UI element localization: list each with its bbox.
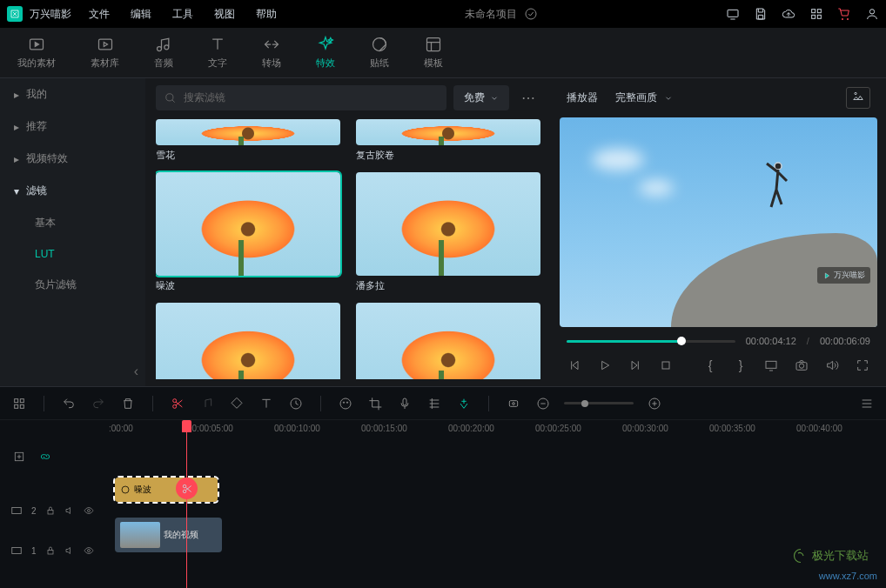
visibility-icon[interactable]	[84, 505, 94, 516]
voice-button[interactable]	[396, 395, 413, 412]
filter-thumb[interactable]	[156, 119, 340, 145]
filter-thumb[interactable]	[356, 172, 540, 276]
sidebar: ▸ 我的 ▸ 推荐 ▸ 视频特效 ▾ 滤镜 基本 LUT 负片滤镜 ‹	[0, 78, 145, 386]
mark-out-button[interactable]: }	[733, 357, 749, 374]
quality-dropdown[interactable]: 完整画质	[615, 90, 673, 105]
prev-frame-button[interactable]	[567, 357, 583, 374]
svg-point-12	[775, 163, 782, 170]
search-input[interactable]: 搜索滤镜	[156, 85, 446, 110]
music-button[interactable]	[198, 395, 216, 412]
filter-thumb[interactable]	[156, 172, 340, 276]
filter-thumb[interactable]	[356, 119, 540, 145]
speed-button[interactable]	[287, 395, 305, 412]
tab-effects[interactable]: 特效	[316, 36, 335, 70]
more-button[interactable]: ⋯	[516, 90, 540, 106]
mute-icon[interactable]	[64, 545, 75, 556]
filter-walnut[interactable]: 胡桃木	[156, 303, 340, 379]
redo-button[interactable]	[90, 395, 107, 412]
sidebar-sub-negative[interactable]: 负片滤镜	[0, 269, 145, 301]
tag-button[interactable]	[228, 395, 245, 412]
player-panel: 播放器 完整画质 万兴喵影	[551, 78, 886, 386]
chevron-down-icon	[664, 94, 673, 103]
lock-icon[interactable]	[45, 505, 56, 516]
sidebar-item-mine[interactable]: ▸ 我的	[0, 78, 145, 110]
free-filter-dropdown[interactable]: 免费	[453, 85, 509, 110]
stop-button[interactable]	[658, 357, 675, 374]
lock-icon[interactable]	[45, 545, 56, 556]
track-row-2[interactable]: 噪波	[104, 478, 886, 509]
timeline-ruler[interactable]: :00:00 00:00:05:00 00:00:10:00 00:00:15:…	[104, 420, 886, 441]
player-view[interactable]: 万兴喵影	[560, 117, 877, 327]
cut-button[interactable]	[169, 395, 186, 412]
tab-text[interactable]: 文字	[208, 36, 227, 70]
progress-bar[interactable]	[567, 340, 735, 343]
volume-button[interactable]	[823, 357, 840, 374]
camera-button[interactable]	[793, 357, 809, 374]
track-row-1[interactable]: 我的视频	[104, 518, 886, 549]
crop-button[interactable]	[366, 395, 384, 412]
filter-noise[interactable]: 噪波	[156, 172, 340, 292]
zoom-out-button[interactable]	[534, 395, 552, 412]
filter-pandora[interactable]: 潘多拉	[356, 172, 540, 292]
filter-thumb[interactable]	[156, 303, 340, 379]
track-button[interactable]	[426, 395, 443, 412]
next-frame-button[interactable]	[628, 357, 644, 374]
add-track-button[interactable]	[10, 448, 28, 465]
save-icon[interactable]	[754, 7, 768, 21]
menu-tools[interactable]: 工具	[172, 7, 193, 22]
tab-stickers[interactable]: 贴纸	[370, 36, 389, 70]
app-logo	[7, 6, 23, 22]
user-icon[interactable]	[865, 7, 879, 21]
track-area[interactable]: :00:00 00:00:05:00 00:00:10:00 00:00:15:…	[104, 420, 886, 588]
magnet-button[interactable]	[455, 395, 473, 412]
play-button[interactable]	[597, 357, 614, 374]
text-button[interactable]	[258, 395, 275, 412]
marker-button[interactable]	[505, 395, 522, 412]
menu-file[interactable]: 文件	[89, 7, 110, 22]
monitor-icon[interactable]	[726, 7, 740, 21]
effect-clip[interactable]: 噪波	[115, 478, 218, 502]
playhead[interactable]	[186, 420, 187, 588]
tab-my-media[interactable]: 我的素材	[17, 36, 56, 70]
cloud-upload-icon[interactable]	[782, 7, 795, 21]
zoom-slider[interactable]	[564, 402, 634, 404]
cart-icon[interactable]	[837, 7, 851, 21]
list-view-button[interactable]	[858, 395, 876, 412]
menu-help[interactable]: 帮助	[256, 7, 277, 22]
sidebar-item-filters[interactable]: ▾ 滤镜	[0, 175, 145, 207]
tab-templates[interactable]: 模板	[424, 36, 443, 70]
snapshot-button[interactable]	[846, 87, 870, 109]
undo-button[interactable]	[60, 395, 77, 412]
color-button[interactable]	[337, 395, 354, 412]
sidebar-sub-basic[interactable]: 基本	[0, 207, 145, 239]
player-controls: { }	[560, 350, 877, 381]
filter-vintage[interactable]: 复古胶卷	[356, 119, 540, 162]
tab-transition[interactable]: 转场	[262, 36, 281, 70]
zoom-in-button[interactable]	[646, 395, 663, 412]
display-button[interactable]	[762, 357, 779, 374]
filter-snow[interactable]: 雪花	[156, 119, 340, 162]
filter-thumb[interactable]	[356, 303, 540, 379]
filter-forest[interactable]: 林间	[356, 303, 540, 379]
sidebar-item-recommended[interactable]: ▸ 推荐	[0, 110, 145, 143]
apps-icon[interactable]	[809, 7, 823, 21]
svg-point-25	[343, 402, 344, 403]
sidebar-sub-lut[interactable]: LUT	[0, 239, 145, 269]
link-button[interactable]	[37, 448, 54, 465]
visibility-icon[interactable]	[84, 545, 94, 556]
playhead-cut-button[interactable]	[176, 478, 198, 499]
fullscreen-button[interactable]	[854, 357, 870, 374]
mute-icon[interactable]	[64, 505, 75, 516]
tab-audio[interactable]: 音频	[154, 36, 173, 70]
menu-edit[interactable]: 编辑	[131, 7, 151, 22]
menu-view[interactable]: 视图	[214, 7, 235, 22]
sidebar-item-video-fx[interactable]: ▸ 视频特效	[0, 143, 145, 175]
delete-button[interactable]	[119, 395, 137, 412]
tab-library[interactable]: 素材库	[91, 36, 119, 70]
mark-in-button[interactable]: {	[702, 357, 719, 374]
layout-button[interactable]	[10, 395, 28, 412]
sidebar-collapse-button[interactable]: ‹	[0, 357, 145, 386]
svg-rect-1	[728, 10, 738, 17]
svg-rect-18	[20, 398, 23, 402]
video-clip[interactable]: 我的视频	[115, 518, 222, 552]
